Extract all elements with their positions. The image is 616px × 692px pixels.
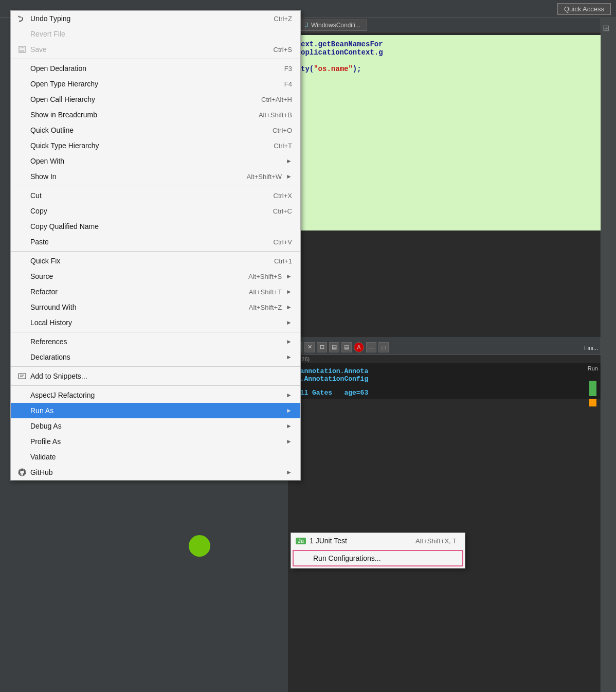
- menu-item-declarations[interactable]: Declarations ►: [11, 349, 300, 365]
- menu-item-source[interactable]: Source Alt+Shift+S ►: [11, 269, 300, 284]
- quick-access-box[interactable]: Quick Access: [557, 3, 611, 15]
- menu-item-show-in[interactable]: Show In Alt+Shift+W ►: [11, 169, 300, 184]
- menu-item-validate[interactable]: Validate: [11, 449, 300, 465]
- menu-item-junit-test[interactable]: Ju 1 JUnit Test Alt+Shift+X, T: [291, 533, 465, 548]
- console-btn-7[interactable]: —: [366, 342, 376, 352]
- code-editor-area: J WindowsConditi... ext.getBeanNamesFor …: [293, 18, 616, 337]
- menu-item-debug-as[interactable]: Debug As ►: [11, 418, 300, 434]
- menu-item-profile-as[interactable]: Profile As ►: [11, 434, 300, 449]
- show-in-label: Show In: [30, 172, 226, 181]
- quick-fix-shortcut: Ctrl+1: [274, 257, 292, 265]
- menu-item-run-as[interactable]: Run As ►: [11, 403, 300, 418]
- menu-item-refactor[interactable]: Refactor Alt+Shift+T ►: [11, 284, 300, 299]
- console-btn-5[interactable]: ▤: [341, 342, 352, 352]
- github-label: GitHub: [30, 468, 282, 476]
- github-arrow: ►: [286, 469, 292, 476]
- run-label: Run: [588, 365, 598, 371]
- right-panel-icon[interactable]: ⊞: [603, 23, 609, 33]
- console-line-1: t.annotation.Annota: [292, 367, 612, 375]
- menu-item-revert-file[interactable]: Revert File: [11, 26, 300, 42]
- show-in-breadcrumb-icon: [17, 110, 27, 120]
- declarations-icon: [17, 352, 27, 362]
- revert-file-label: Revert File: [30, 30, 271, 38]
- github-icon: [17, 467, 27, 477]
- menu-item-cut[interactable]: Cut Ctrl+X: [11, 188, 300, 203]
- menu-item-open-type-hierarchy[interactable]: Open Type Hierarchy F4: [11, 76, 300, 92]
- menu-item-open-call-hierarchy[interactable]: Open Call Hierarchy Ctrl+Alt+H: [11, 92, 300, 107]
- menu-item-aspectj-refactoring[interactable]: AspectJ Refactoring ►: [11, 387, 300, 403]
- menu-item-copy[interactable]: Copy Ctrl+C: [11, 203, 300, 219]
- code-tab-bar: J WindowsConditi...: [293, 18, 616, 32]
- right-panel: ⊞: [601, 18, 616, 692]
- junit-icon: Ju: [295, 536, 306, 546]
- undo-icon: [17, 13, 27, 24]
- separator-4: [11, 332, 300, 332]
- open-type-hierarchy-shortcut: F4: [284, 80, 292, 88]
- quick-type-hierarchy-icon: [17, 140, 27, 151]
- menu-item-save[interactable]: Save Ctrl+S: [11, 42, 300, 57]
- quick-outline-label: Quick Outline: [30, 126, 252, 134]
- menu-item-references[interactable]: References ►: [11, 334, 300, 349]
- show-in-arrow: ►: [286, 173, 292, 180]
- local-history-label: Local History: [30, 318, 282, 327]
- menu-item-open-declaration[interactable]: Open Declaration F3: [11, 61, 300, 76]
- separator-2: [11, 186, 300, 186]
- aspectj-icon: [17, 390, 27, 400]
- console-btn-8[interactable]: □: [378, 342, 389, 352]
- console-btn-2[interactable]: ✕: [304, 342, 315, 352]
- context-menu: Undo Typing Ctrl+Z Revert File Save Ctrl…: [10, 10, 301, 481]
- cut-label: Cut: [30, 191, 253, 200]
- local-history-arrow: ►: [286, 319, 292, 326]
- menu-item-copy-qualified-name[interactable]: Copy Qualified Name: [11, 219, 300, 234]
- profile-as-label: Profile As: [30, 437, 282, 446]
- console-btn-6[interactable]: A: [354, 342, 364, 352]
- debug-as-label: Debug As: [30, 422, 282, 430]
- console-btn-3[interactable]: ⊟: [317, 342, 327, 352]
- quick-outline-icon: [17, 125, 27, 135]
- junit-test-shortcut: Alt+Shift+X, T: [415, 537, 457, 545]
- paste-label: Paste: [30, 238, 253, 246]
- open-declaration-shortcut: F3: [284, 65, 292, 73]
- copy-qualified-name-label: Copy Qualified Name: [30, 222, 292, 230]
- console-location: :31:26): [288, 355, 616, 363]
- menu-item-paste[interactable]: Paste Ctrl+V: [11, 234, 300, 250]
- save-shortcut: Ctrl+S: [274, 46, 292, 54]
- profile-as-icon: [17, 436, 27, 447]
- console-line-2: on.AnnotationConfig: [292, 375, 612, 383]
- menu-item-local-history[interactable]: Local History ►: [11, 315, 300, 330]
- code-tab-label: WindowsConditi...: [311, 22, 360, 29]
- add-to-snippets-label: Add to Snippets...: [30, 372, 292, 380]
- menu-item-add-to-snippets[interactable]: Add to Snippets...: [11, 368, 300, 384]
- run-as-label: Run As: [30, 406, 282, 415]
- quick-outline-shortcut: Ctrl+O: [273, 127, 292, 134]
- menu-item-github[interactable]: GitHub ►: [11, 465, 300, 480]
- quick-type-hierarchy-shortcut: Ctrl+T: [274, 142, 292, 150]
- debug-as-arrow: ►: [286, 422, 292, 430]
- console-btn-4[interactable]: ▤: [329, 342, 339, 352]
- references-label: References: [30, 338, 282, 346]
- show-in-shortcut: Alt+Shift+W: [246, 173, 282, 181]
- open-declaration-label: Open Declaration: [30, 64, 264, 73]
- menu-item-quick-type-hierarchy[interactable]: Quick Type Hierarchy Ctrl+T: [11, 138, 300, 153]
- run-configurations-label: Run Configurations...: [313, 554, 456, 562]
- menu-item-open-with[interactable]: Open With ►: [11, 153, 300, 169]
- console-bill-line: Bill Gates age=63: [288, 387, 616, 399]
- menu-item-run-configurations[interactable]: Run Configurations...: [293, 550, 463, 566]
- console-area: ▣ ✕ ⊟ ▤ ▤ A — □ :31:26) t.annotation.Ann…: [288, 340, 616, 692]
- open-with-icon: [17, 156, 27, 166]
- menu-item-surround-with[interactable]: Surround With Alt+Shift+Z ►: [11, 299, 300, 315]
- junit-test-label: 1 JUnit Test: [310, 537, 395, 545]
- open-with-arrow: ►: [286, 157, 292, 165]
- open-call-hierarchy-icon: [17, 94, 27, 104]
- menu-item-quick-outline[interactable]: Quick Outline Ctrl+O: [11, 122, 300, 138]
- cut-icon: [17, 190, 27, 201]
- menu-item-quick-fix[interactable]: Quick Fix Ctrl+1: [11, 253, 300, 269]
- menu-item-show-in-breadcrumb[interactable]: Show in Breadcrumb Alt+Shift+B: [11, 107, 300, 122]
- separator-3: [11, 251, 300, 252]
- validate-icon: [17, 452, 27, 462]
- menu-item-undo-typing[interactable]: Undo Typing Ctrl+Z: [11, 11, 300, 26]
- code-tab[interactable]: J WindowsConditi...: [298, 20, 367, 31]
- show-in-icon: [17, 171, 27, 182]
- console-content: t.annotation.Annota on.AnnotationConfig: [288, 363, 616, 387]
- run-as-arrow: ►: [286, 407, 292, 414]
